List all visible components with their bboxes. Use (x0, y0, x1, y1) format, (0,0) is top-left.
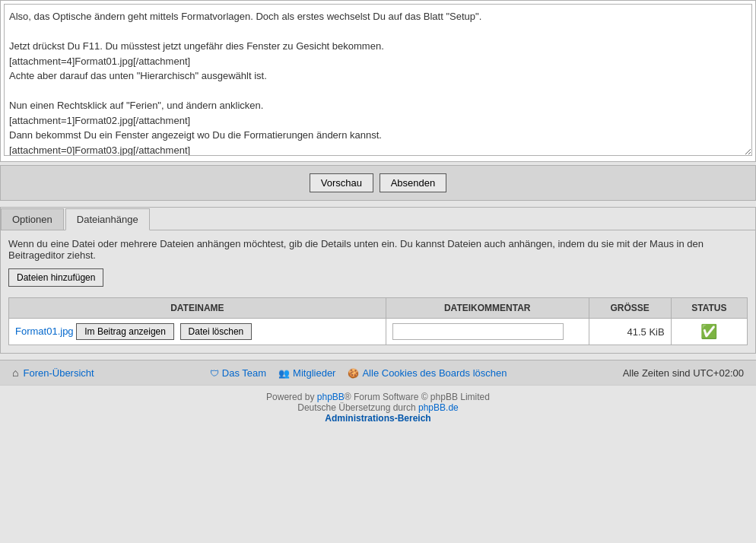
delete-file-button[interactable]: Datei löschen (180, 323, 253, 340)
phpbbde-link[interactable]: phpBB.de (418, 402, 459, 413)
post-textarea[interactable] (4, 4, 752, 156)
home-icon (12, 367, 18, 379)
attachment-row: Format01.jpg Im Beitrag anzeigen Datei l… (9, 319, 748, 345)
footer-nav: Das Team Mitglieder Alle Cookies des Boa… (210, 367, 507, 379)
comment-input[interactable] (392, 323, 564, 340)
footer-team-link[interactable]: Das Team (210, 367, 266, 379)
translation-text: Deutsche Übersetzung durch (297, 402, 415, 413)
tab-attachments[interactable]: Dateianhänge (65, 208, 150, 230)
admin-link[interactable]: Administrations-Bereich (325, 413, 430, 424)
cookie-icon (348, 367, 359, 379)
add-files-button[interactable]: Dateien hinzufügen (8, 268, 103, 287)
footer-home-link[interactable]: Foren-Übersicht (23, 367, 94, 379)
footer-left: Foren-Übersicht (12, 367, 94, 379)
users-icon (278, 367, 290, 379)
footer-timezone: Alle Zeiten sind UTC+02:00 (623, 367, 744, 379)
preview-button[interactable]: Vorschau (310, 173, 373, 192)
copyright-text: ® Forum Software © phpBB Limited (345, 392, 490, 402)
shield-icon (210, 367, 219, 379)
footer-cookies-link[interactable]: Alle Cookies des Boards löschen (348, 367, 507, 379)
col-size: GRÖSSE (589, 298, 671, 319)
status-ok-icon: ✅ (700, 324, 717, 339)
footer-members-link[interactable]: Mitglieder (278, 367, 335, 379)
insert-in-post-button[interactable]: Im Beitrag anzeigen (76, 323, 174, 340)
submit-button[interactable]: Absenden (380, 173, 447, 192)
powered-by-text: Powered by (266, 392, 314, 402)
tab-options[interactable]: Optionen (1, 208, 64, 230)
attachments-description: Wenn du eine Datei oder mehrere Dateien … (8, 238, 748, 261)
file-size: 41.5 KiB (589, 319, 671, 345)
col-filename: DATEINAME (9, 298, 386, 319)
file-link[interactable]: Format01.jpg (15, 325, 74, 337)
phpbb-link[interactable]: phpBB (317, 392, 345, 402)
col-status: STATUS (671, 298, 747, 319)
col-comment: DATEIKOMMENTAR (386, 298, 589, 319)
